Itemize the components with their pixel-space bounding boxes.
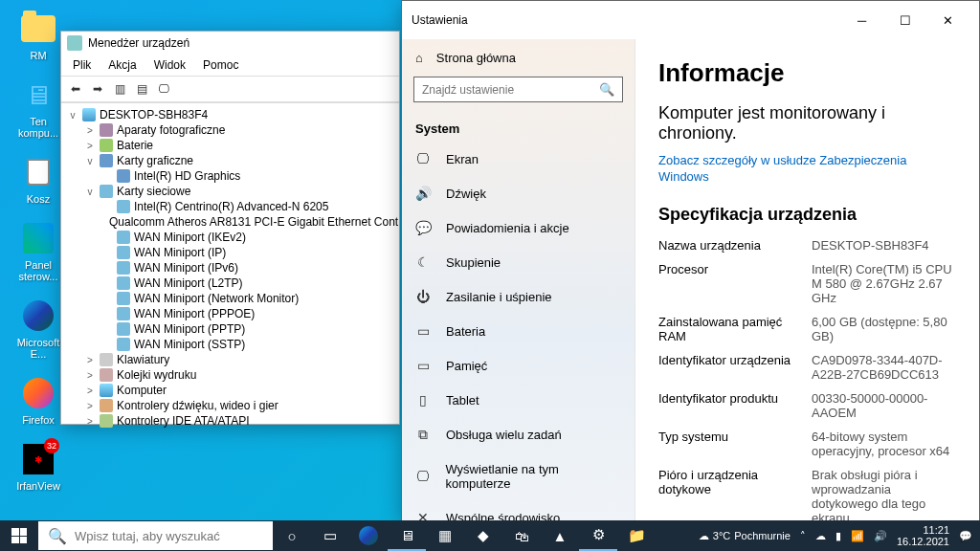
- settings-sidebar: ⌂ Strona główna 🔍 System 🖵Ekran🔊Dźwięk💬P…: [402, 39, 635, 530]
- devmgr-titlebar[interactable]: Menedżer urządzeń: [61, 32, 399, 55]
- back-icon[interactable]: ⬅: [66, 79, 85, 99]
- minimize-button[interactable]: ─: [840, 7, 883, 33]
- sidebar-item[interactable]: ▭Bateria: [402, 314, 635, 348]
- toolbar-btn[interactable]: 🖵: [154, 79, 173, 99]
- tree-node[interactable]: >Kolejki wydruku: [67, 367, 393, 383]
- expand-icon[interactable]: >: [84, 370, 96, 381]
- task-view-icon[interactable]: ▭: [311, 520, 349, 551]
- spec-row: Pióro i urządzenia dotykoweBrak obsługi …: [658, 468, 956, 525]
- taskbar-clock[interactable]: 11:21 16.12.2021: [897, 524, 949, 547]
- desktop-icon-recycle-bin[interactable]: Kosz: [10, 153, 67, 205]
- sidebar-item[interactable]: 🖵Ekran: [402, 142, 635, 176]
- expand-icon[interactable]: >: [84, 416, 96, 427]
- wifi-icon[interactable]: 📶: [851, 530, 864, 542]
- sidebar-item[interactable]: ⧉Obsługa wielu zadań: [402, 417, 635, 452]
- tree-node[interactable]: vKarty graficzne: [67, 153, 393, 168]
- sidebar-item-icon: ▯: [415, 392, 431, 408]
- tree-leaf[interactable]: WAN Miniport (PPTP): [67, 321, 393, 337]
- maximize-button[interactable]: ☐: [883, 7, 926, 33]
- menu-file[interactable]: Plik: [65, 56, 99, 74]
- search-icon: 🔍: [48, 527, 67, 545]
- expand-icon[interactable]: >: [84, 401, 96, 411]
- tree-leaf[interactable]: Intel(R) HD Graphics: [67, 168, 393, 184]
- tree-node[interactable]: >Kontrolery dźwięku, wideo i gier: [67, 398, 393, 413]
- sidebar-item[interactable]: 🖵Wyświetlanie na tym komputerze: [402, 452, 635, 500]
- devmgr-icon: [67, 35, 82, 51]
- sidebar-item[interactable]: ⏻Zasilanie i uśpienie: [402, 279, 635, 314]
- settings-taskbar-icon[interactable]: ⚙: [579, 520, 617, 551]
- app-icon[interactable]: ▲: [541, 520, 579, 551]
- tree-node[interactable]: >Kontrolery IDE ATA/ATAPI: [67, 413, 393, 428]
- taskbar-search[interactable]: 🔍: [38, 521, 273, 550]
- tree-node[interactable]: >Aparaty fotograficzne: [67, 122, 393, 138]
- app-icon[interactable]: ◆: [464, 520, 502, 551]
- tree-root[interactable]: vDESKTOP-SBH83F4: [67, 107, 393, 122]
- settings-search[interactable]: 🔍: [413, 77, 623, 102]
- forward-icon[interactable]: ➡: [88, 79, 107, 99]
- app-icon[interactable]: ▦: [426, 520, 464, 551]
- tree-node[interactable]: vKarty sieciowe: [67, 184, 393, 199]
- start-button[interactable]: [0, 520, 38, 551]
- desktop-icon-firefox[interactable]: Firefox: [10, 374, 67, 426]
- spec-row: Nazwa urządzeniaDESKTOP-SBH83F4: [658, 238, 956, 253]
- desktop-icon-rm[interactable]: RM: [10, 10, 67, 61]
- onedrive-icon[interactable]: ☁: [815, 530, 826, 542]
- menu-view[interactable]: Widok: [146, 56, 193, 74]
- taskbar-search-input[interactable]: [75, 529, 263, 543]
- desktop-icon-control-panel[interactable]: Panel sterow...: [10, 219, 67, 282]
- settings-content: Informacje Komputer jest monitorowany i …: [635, 39, 979, 530]
- edge-taskbar-icon[interactable]: [349, 520, 388, 551]
- desktop-icon-edge[interactable]: Microsoft E...: [10, 297, 67, 360]
- security-link[interactable]: Zobacz szczegóły w usłudze Zabezpieczeni…: [658, 153, 956, 167]
- tree-leaf[interactable]: Intel(R) Centrino(R) Advanced-N 6205: [67, 199, 393, 214]
- sidebar-home[interactable]: ⌂ Strona główna: [402, 39, 635, 77]
- device-manager-window: Menedżer urządzeń Plik Akcja Widok Pomoc…: [60, 31, 400, 425]
- tree-leaf[interactable]: WAN Miniport (IPv6): [67, 260, 393, 276]
- menu-help[interactable]: Pomoc: [195, 56, 246, 74]
- sidebar-item-icon: ▭: [415, 323, 431, 339]
- toolbar-btn[interactable]: ▥: [110, 79, 129, 99]
- weather-widget[interactable]: ☁ 3°C Pochmurnie: [699, 530, 791, 542]
- tree-leaf[interactable]: WAN Miniport (SSTP): [67, 337, 393, 352]
- sidebar-item-icon: 🔊: [415, 186, 431, 201]
- settings-titlebar[interactable]: Ustawienia ─ ☐ ✕: [402, 1, 979, 39]
- tree-node[interactable]: >Baterie: [67, 138, 393, 153]
- store-icon[interactable]: 🛍: [502, 520, 541, 551]
- tree-leaf[interactable]: WAN Miniport (PPPOE): [67, 306, 393, 321]
- sidebar-item[interactable]: 💬Powiadomienia i akcje: [402, 210, 635, 245]
- tray-chevron-icon[interactable]: ˄: [800, 530, 806, 542]
- devmgr-menubar: Plik Akcja Widok Pomoc: [61, 55, 399, 77]
- cortana-icon[interactable]: ○: [273, 520, 311, 551]
- device-tree[interactable]: vDESKTOP-SBH83F4 >Aparaty fotograficzne>…: [61, 102, 399, 428]
- explorer-icon[interactable]: 📁: [617, 520, 656, 551]
- expand-icon[interactable]: >: [84, 141, 96, 151]
- sidebar-item[interactable]: ▭Pamięć: [402, 348, 635, 383]
- tree-node[interactable]: >Klawiatury: [67, 352, 393, 367]
- tree-node[interactable]: >Komputer: [67, 383, 393, 398]
- devmgr-taskbar-icon[interactable]: 🖥: [388, 520, 426, 551]
- sidebar-item-icon: 🖵: [415, 151, 431, 166]
- expand-icon[interactable]: v: [84, 156, 96, 166]
- menu-action[interactable]: Akcja: [100, 56, 144, 74]
- security-link-2[interactable]: Windows: [658, 169, 956, 184]
- sidebar-item[interactable]: ▯Tablet: [402, 383, 635, 417]
- battery-icon[interactable]: ▮: [835, 530, 841, 542]
- tree-leaf[interactable]: WAN Miniport (Network Monitor): [67, 291, 393, 306]
- tree-leaf[interactable]: Qualcomm Atheros AR8131 PCI-E Gigabit Et…: [67, 214, 393, 230]
- expand-icon[interactable]: v: [84, 187, 96, 197]
- tree-leaf[interactable]: WAN Miniport (L2TP): [67, 276, 393, 291]
- expand-icon[interactable]: >: [84, 355, 96, 365]
- search-input[interactable]: [422, 83, 599, 97]
- notifications-icon[interactable]: 💬: [959, 530, 972, 542]
- volume-icon[interactable]: 🔊: [874, 530, 887, 542]
- toolbar-btn[interactable]: ▤: [132, 79, 151, 99]
- desktop-icon-this-pc[interactable]: 🖥Ten kompu...: [10, 76, 67, 139]
- close-button[interactable]: ✕: [926, 7, 969, 33]
- desktop-icon-irfanview[interactable]: ✱32IrfanView: [10, 440, 67, 492]
- expand-icon[interactable]: >: [84, 386, 96, 396]
- tree-leaf[interactable]: WAN Miniport (IKEv2): [67, 230, 393, 245]
- expand-icon[interactable]: >: [84, 125, 96, 136]
- sidebar-item[interactable]: 🔊Dźwięk: [402, 176, 635, 210]
- sidebar-item[interactable]: ☾Skupienie: [402, 245, 635, 279]
- tree-leaf[interactable]: WAN Miniport (IP): [67, 245, 393, 260]
